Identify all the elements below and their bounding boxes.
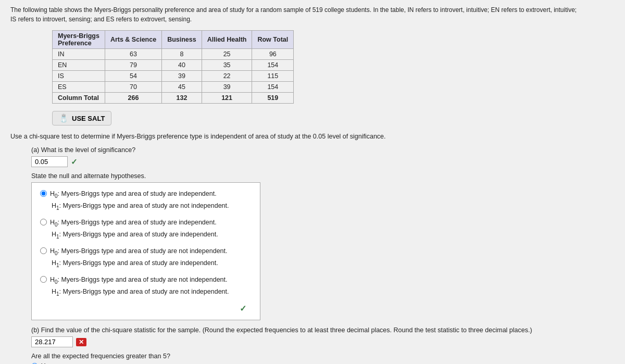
hypothesis-radio-1[interactable] (40, 190, 47, 197)
hypothesis-option-3: H0: Myers-Briggs type and area of study … (40, 246, 252, 269)
hypothesis-option-1: H0: Myers-Briggs type and area of study … (40, 189, 252, 211)
chi-square-input[interactable] (31, 336, 73, 347)
cell-bus: 8 (162, 49, 202, 60)
cell-arts: 266 (105, 93, 161, 104)
hypothesis-1-h0: H0: Myers-Briggs type and area of study … (50, 189, 217, 200)
significance-check-icon: ✓ (71, 157, 78, 167)
col-header-health: Allied Health (202, 31, 252, 49)
cell-bus: 39 (162, 71, 202, 82)
cell-total: 96 (252, 49, 294, 60)
use-salt-label: USE SALT (72, 115, 105, 122)
part-b-label: (b) Find the value of the chi-square sta… (31, 327, 615, 334)
part-a-section: (a) What is the level of significance? ✓ (31, 146, 615, 167)
hypothesis-3-h0: H0: Myers-Briggs type and area of study … (50, 246, 227, 257)
cell-bus: 40 (162, 60, 202, 71)
hypothesis-2-h1: H1: Myers-Briggs type and area of study … (52, 230, 252, 241)
cell-bus: 45 (162, 82, 202, 93)
hypothesis-3-h1: H1: Myers-Briggs type and area of study … (52, 258, 252, 269)
hypothesis-radio-4[interactable] (40, 276, 47, 283)
use-salt-button[interactable]: 🧂 USE SALT (52, 111, 111, 125)
cell-health: 121 (202, 93, 252, 104)
cell-health: 25 (202, 49, 252, 60)
col-header-pref: Myers-BriggsPreference (53, 31, 105, 49)
hypotheses-checkmark: ✓ (40, 304, 252, 313)
significance-input[interactable] (31, 156, 68, 167)
cell-pref: Column Total (53, 93, 105, 104)
cell-arts: 63 (105, 49, 161, 60)
intro-text: The following table shows the Myers-Brig… (10, 5, 583, 24)
hypothesis-4-h1: H1: Myers-Briggs type and area of study … (52, 287, 252, 298)
table-row: IN 63 8 25 96 (53, 49, 294, 60)
hypothesis-radio-3[interactable] (40, 247, 47, 254)
hypothesis-2-h0: H0: Myers-Briggs type and area of study … (50, 218, 217, 229)
cell-total: 519 (252, 93, 294, 104)
expected-freq-section: Are all the expected frequencies greater… (31, 353, 615, 364)
table-row: EN 79 40 35 154 (53, 60, 294, 71)
salt-icon: 🧂 (59, 114, 69, 123)
cell-total: 154 (252, 60, 294, 71)
col-header-arts: Arts & Science (105, 31, 161, 49)
expected-freq-label: Are all the expected frequencies greater… (31, 353, 615, 360)
col-header-total: Row Total (252, 31, 294, 49)
cell-bus: 132 (162, 93, 202, 104)
cell-pref: IS (53, 71, 105, 82)
part-b-answer-box: ✕ (31, 336, 86, 347)
cell-pref: IN (53, 49, 105, 60)
hypothesis-option-4: H0: Myers-Briggs type and area of study … (40, 275, 252, 297)
hypothesis-option-2: H0: Myers-Briggs type and area of study … (40, 218, 252, 240)
part-b-section: (b) Find the value of the chi-square sta… (31, 327, 615, 347)
table-row: ES 70 45 39 154 (53, 82, 294, 93)
cell-total: 115 (252, 71, 294, 82)
part-a-label: (a) What is the level of significance? (31, 146, 615, 154)
cell-total: 154 (252, 82, 294, 93)
cell-arts: 79 (105, 60, 161, 71)
cell-health: 39 (202, 82, 252, 93)
hypotheses-box: H0: Myers-Briggs type and area of study … (31, 182, 260, 320)
cell-health: 35 (202, 60, 252, 71)
hypotheses-section: State the null and alternate hypotheses.… (31, 172, 615, 320)
cell-arts: 70 (105, 82, 161, 93)
part-a-answer-box: ✓ (31, 156, 78, 167)
chi-square-error-icon: ✕ (76, 338, 86, 346)
col-header-business: Business (162, 31, 202, 49)
hypothesis-radio-2[interactable] (40, 219, 47, 225)
cell-arts: 54 (105, 71, 161, 82)
data-table-container: Myers-BriggsPreference Arts & Science Bu… (52, 30, 615, 104)
hypotheses-label: State the null and alternate hypotheses. (31, 172, 615, 180)
chi-square-question: Use a chi-square test to determine if My… (10, 133, 531, 140)
myers-briggs-table: Myers-BriggsPreference Arts & Science Bu… (52, 30, 294, 104)
hypothesis-1-h1: H1: Myers-Briggs type and area of study … (52, 201, 252, 212)
cell-health: 22 (202, 71, 252, 82)
table-row: Column Total 266 132 121 519 (53, 93, 294, 104)
hypothesis-4-h0: H0: Myers-Briggs type and area of study … (50, 275, 227, 286)
table-row: IS 54 39 22 115 (53, 71, 294, 82)
cell-pref: ES (53, 82, 105, 93)
cell-pref: EN (53, 60, 105, 71)
